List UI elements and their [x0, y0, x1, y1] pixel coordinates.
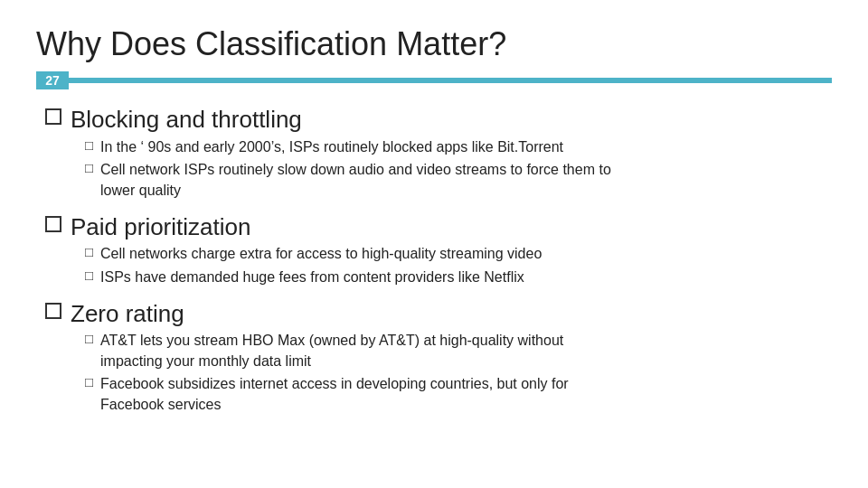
slide-number-bar: 27 [36, 71, 832, 89]
sub-bullet-text-b1: In the ‘ 90s and early 2000’s, ISPs rout… [100, 136, 563, 157]
main-bullet-zero-label: Zero rating [71, 300, 184, 328]
main-bullet-paid: Paid prioritization [45, 213, 832, 241]
sub-bullet-text-p2: ISPs have demanded huge fees from conten… [100, 267, 524, 287]
sub-bullet-zero-2: □ Facebook subsidizes internet access in… [85, 373, 832, 415]
bullet-checkbox-paid [45, 216, 61, 232]
sub-bullets-blocking: □ In the ‘ 90s and early 2000’s, ISPs ro… [45, 136, 832, 202]
sub-bullet-text-z2: Facebook subsidizes internet access in d… [100, 373, 569, 415]
accent-bar [69, 78, 832, 83]
sub-bullet-text-b2-wrap: Cell network ISPs routinely slow down au… [100, 159, 611, 201]
sub-bullet-zero-1: □ AT&T lets you stream HBO Max (owned by… [85, 330, 832, 371]
section-paid: Paid prioritization □ Cell networks char… [45, 213, 832, 291]
main-bullet-blocking: Blocking and throttling [45, 106, 832, 134]
sub-bullet-text-z1: AT&T lets you stream HBO Max (owned by A… [100, 330, 563, 371]
sub-bullet-icon-p1: □ [85, 244, 93, 259]
sub-bullet-icon-p2: □ [85, 267, 93, 283]
slide-content: Blocking and throttling □ In the ‘ 90s a… [36, 106, 832, 466]
main-bullet-paid-label: Paid prioritization [71, 213, 250, 241]
slide: Why Does Classification Matter? 27 Block… [0, 0, 868, 488]
main-bullet-blocking-label: Blocking and throttling [71, 106, 302, 134]
section-zero: Zero rating □ AT&T lets you stream HBO M… [45, 300, 832, 419]
slide-title: Why Does Classification Matter? [36, 25, 832, 62]
sub-bullet-text-p1: Cell networks charge extra for access to… [100, 243, 542, 264]
main-bullet-zero: Zero rating [45, 300, 832, 328]
sub-bullet-paid-1: □ Cell networks charge extra for access … [85, 243, 832, 264]
sub-bullet-text-b2: Cell network ISPs routinely slow down au… [100, 162, 611, 198]
bullet-checkbox-zero [45, 303, 61, 319]
slide-number: 27 [36, 71, 69, 89]
sub-bullet-icon-b2: □ [85, 160, 93, 175]
sub-bullet-paid-2: □ ISPs have demanded huge fees from cont… [85, 267, 832, 287]
section-blocking: Blocking and throttling □ In the ‘ 90s a… [45, 106, 832, 204]
sub-bullet-icon-z2: □ [85, 374, 93, 389]
sub-bullet-blocking-2: □ Cell network ISPs routinely slow down … [85, 159, 832, 201]
sub-bullet-icon-z1: □ [85, 331, 93, 346]
sub-bullets-zero: □ AT&T lets you stream HBO Max (owned by… [45, 330, 832, 416]
sub-bullet-blocking-1: □ In the ‘ 90s and early 2000’s, ISPs ro… [85, 136, 832, 157]
sub-bullets-paid: □ Cell networks charge extra for access … [45, 243, 832, 286]
bullet-checkbox-blocking [45, 108, 61, 125]
sub-bullet-icon-b1: □ [85, 137, 93, 153]
